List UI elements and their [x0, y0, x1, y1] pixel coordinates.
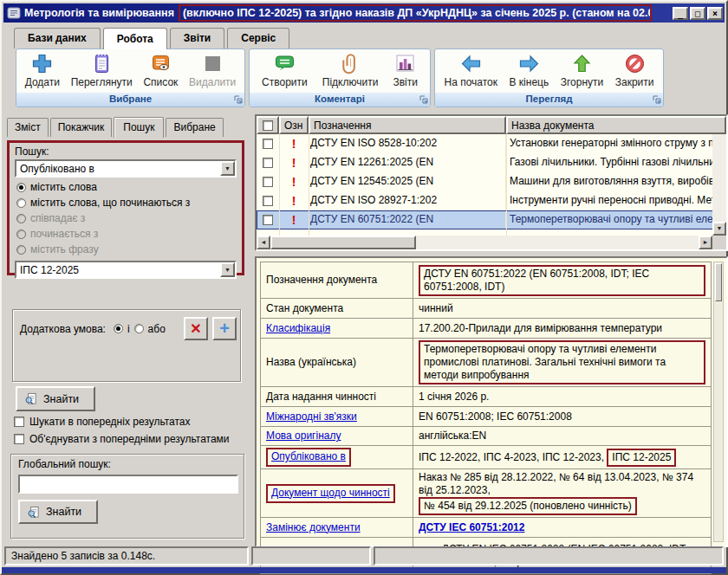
replaced-document-link[interactable]: ДСТУ IEC 60751:2012 — [419, 521, 524, 533]
header-designation[interactable]: Позначення — [309, 116, 506, 134]
find-button[interactable]: Знайти — [16, 386, 95, 411]
checkbox-icon[interactable] — [263, 120, 273, 131]
remove-condition-button[interactable]: ✕ — [184, 317, 208, 340]
scroll-thumb[interactable] — [270, 236, 416, 249]
table-row[interactable]: ! ДСТУ EN 12545:2025 (EN Машини для виго… — [257, 172, 726, 191]
details-scrollbar[interactable] — [713, 262, 724, 542]
close-doc-button[interactable]: Закрити — [613, 51, 657, 89]
checkbox-icon[interactable] — [263, 158, 273, 168]
replaces-documents-link[interactable]: Замінює документи — [266, 521, 361, 533]
radio-icon[interactable] — [16, 198, 26, 208]
checkbox-icon[interactable] — [263, 196, 273, 206]
scroll-right-icon[interactable]: ► — [699, 236, 712, 249]
original-language-link[interactable]: Мова оригіналу — [266, 430, 341, 442]
radio-icon — [16, 245, 26, 255]
list-button[interactable]: Список — [140, 51, 180, 89]
view-button[interactable]: Переглянути — [68, 51, 135, 89]
table-row[interactable]: ! ДСТУ EN ISO 28927-1:202 Інструменти ру… — [257, 191, 726, 210]
published-in-link[interactable]: Опубліковано в — [271, 450, 346, 462]
checkbox-icon[interactable] — [14, 434, 24, 444]
add-condition-button[interactable]: + — [212, 317, 237, 340]
title-bar: Метрологія та вимірювання (включно ІПС 1… — [3, 3, 725, 23]
detail-value: ІПС 12-2022, ІПС 4-2023, ІПС 12-2023, — [419, 451, 607, 463]
search-field-dropdown[interactable]: Опубліковано в ▼ — [15, 159, 237, 178]
annotation-box: ДСТУ EN 60751:2022 (EN 60751:2008, IDT; … — [419, 265, 705, 296]
header-select-all[interactable] — [257, 116, 279, 134]
table-row[interactable]: ! ДСТУ EN 12261:2025 (EN Газові лічильни… — [257, 153, 726, 172]
exclamation-icon: ! — [292, 157, 296, 169]
scroll-left-icon[interactable]: ◄ — [257, 236, 270, 249]
attach-button[interactable]: Підключити — [320, 51, 381, 89]
paperclip-icon — [339, 52, 362, 75]
annotation-box: Документ щодо чинності — [266, 484, 395, 503]
mode-contains-words[interactable]: містить слова — [16, 181, 237, 193]
detail-label: Позначення документа — [261, 262, 413, 299]
details-table: Позначення документа ДСТУ EN 60751:2022 … — [260, 262, 712, 574]
tab-databases[interactable]: Бази даних — [14, 28, 101, 48]
search-annotation-box: Пошук: Опубліковано в ▼ містить слова мі… — [7, 140, 244, 275]
clear-x-icon: ✕ — [190, 320, 201, 337]
tab-search[interactable]: Пошук — [114, 117, 164, 138]
detail-label: Стан документа — [261, 299, 413, 319]
go-end-button[interactable]: В кінець — [507, 51, 552, 89]
list-preview-icon — [149, 52, 172, 75]
search-in-previous-checkbox[interactable]: Шукати в попередніх результатах — [14, 416, 191, 428]
tab-contents[interactable]: Зміст — [7, 118, 49, 137]
scroll-down-icon[interactable]: ▼ — [712, 222, 726, 236]
maximize-icon[interactable]: □ — [690, 7, 705, 20]
global-find-button[interactable]: Знайти — [18, 500, 98, 524]
chevron-down-icon[interactable]: ▼ — [220, 262, 235, 277]
global-search-input[interactable] — [18, 475, 238, 494]
checkbox-icon[interactable] — [263, 139, 273, 149]
mode-starts-with-words[interactable]: містить слова, що починаються з — [16, 197, 237, 209]
go-start-button[interactable]: На початок — [441, 51, 500, 89]
view-notepad-icon — [90, 52, 114, 75]
collapse-button[interactable]: Згорнути — [558, 51, 607, 89]
minimize-icon[interactable]: _ — [673, 7, 688, 20]
dialog-launcher-icon[interactable] — [653, 95, 661, 104]
validity-document-link[interactable]: Документ щодо чинності — [271, 487, 390, 499]
delete-button[interactable]: Видалити — [186, 51, 238, 89]
checkbox-icon[interactable] — [263, 177, 273, 187]
merge-with-previous-checkbox[interactable]: Об'єднувати з попередніми результатами — [14, 433, 230, 445]
document-details: Позначення документа ДСТУ EN 60751:2022 … — [255, 256, 728, 547]
chevron-down-icon[interactable]: ▼ — [220, 161, 235, 176]
horizontal-scrollbar[interactable]: ◄ ► — [257, 236, 712, 249]
create-comment-button[interactable]: Створити — [259, 51, 310, 89]
and-radio[interactable] — [114, 324, 123, 333]
tab-favorites[interactable]: Вибране — [166, 118, 223, 137]
international-links-link[interactable]: Міжнародні зв'язки — [266, 410, 357, 423]
table-row: Мова оригіналу англійська:EN — [261, 427, 712, 446]
checkbox-icon[interactable] — [14, 417, 24, 427]
add-button[interactable]: Додати — [23, 51, 62, 89]
comment-icon — [273, 52, 296, 75]
radio-icon[interactable] — [16, 183, 26, 192]
dialog-launcher-icon[interactable] — [419, 95, 428, 104]
classification-link[interactable]: Класифікація — [266, 322, 330, 334]
issue-dropdown[interactable]: ІПС 12-2025 ▼ — [15, 261, 237, 279]
table-row[interactable]: ! ДСТУ EN ISO 8528-10:202 Установки гене… — [257, 134, 726, 153]
status-cell — [374, 546, 724, 565]
close-icon[interactable]: × — [707, 7, 723, 20]
table-row: Дата надання чинності 1 січня 2026 р. — [261, 387, 712, 407]
scroll-thumb[interactable] — [715, 263, 722, 301]
tab-reports[interactable]: Звіти — [170, 28, 224, 48]
reports-button[interactable]: Звіти — [390, 51, 420, 89]
table-row-selected[interactable]: ! ДСТУ EN 60751:2022 (EN Термоперетворюв… — [257, 210, 726, 229]
checkbox-icon[interactable] — [263, 215, 273, 225]
tab-work[interactable]: Робота — [103, 28, 167, 49]
search-label: Пошук: — [15, 145, 237, 158]
sidebar: Зміст Покажчик Пошук Вибране Пошук: Опуб… — [5, 114, 250, 547]
detail-value: 1 січня 2026 р. — [413, 387, 712, 407]
dialog-launcher-icon[interactable] — [234, 95, 243, 104]
close-circle-icon — [623, 52, 647, 75]
group-favorites-footer: Вибране — [16, 93, 244, 107]
column-separator — [309, 134, 309, 236]
or-radio[interactable] — [134, 324, 144, 333]
header-mark[interactable]: Озн — [279, 116, 309, 134]
header-name[interactable]: Назва документа — [506, 116, 726, 134]
tab-index[interactable]: Покажчик — [50, 118, 113, 137]
detail-value-highlight: № 454 від 29.12.2025 (поновлено чинність… — [424, 500, 632, 512]
group-comments-footer: Коментарі — [250, 93, 430, 107]
tab-service[interactable]: Сервіс — [227, 28, 289, 48]
